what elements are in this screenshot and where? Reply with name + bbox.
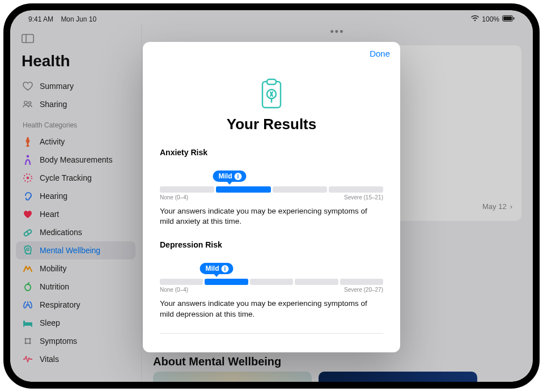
modal-title: Your Results [160,116,383,133]
risk-level-pill[interactable]: Mildi [200,263,234,274]
sidebar-item-nutrition[interactable]: Nutrition [16,278,135,296]
sidebar-item-mobility[interactable]: Mobility [16,259,135,278]
category-icon [23,263,33,274]
scale-segment [250,279,293,285]
info-icon[interactable]: i [235,173,242,180]
sidebar: Health Summary Sharing Health Categories… [10,24,142,382]
status-bar: 9:41 AM Mon Jun 10 100% [10,10,533,24]
sidebar-item-heart[interactable]: Heart [16,205,135,223]
svg-rect-3 [22,35,33,42]
svg-point-6 [28,102,31,104]
scale-low-label: None (0–4) [160,194,188,201]
sidebar-item-symptoms[interactable]: Symptoms [16,332,135,350]
sidebar-item-hearing[interactable]: Hearing [16,187,135,205]
risk-description: Your answers indicate you may be experie… [160,299,383,319]
risk-level-label: Mild [206,265,219,272]
heart-outline-icon [23,81,33,91]
sidebar-item-label: Sharing [40,100,67,109]
risk-scale [160,186,383,193]
sidebar-item-vitals[interactable]: Vitals [16,350,135,368]
risk-level-pill[interactable]: Mildi [213,171,247,182]
sidebar-item-medications[interactable]: Medications [16,223,135,241]
svg-rect-14 [23,321,25,323]
svg-rect-1 [503,16,512,20]
svg-rect-15 [23,326,24,327]
category-icon [23,137,33,147]
sidebar-item-label: Respiratory [40,300,80,309]
wifi-icon [471,15,479,23]
risk-block-depression-risk: Depression RiskMildiNone (0–4)Severe (20… [160,240,383,319]
sidebar-item-label: Vitals [40,355,59,364]
battery-percent: 100% [482,15,499,23]
svg-point-12 [27,248,29,250]
about-card-1[interactable] [153,372,312,382]
multitask-dots-icon[interactable]: ••• [330,26,345,38]
sidebar-item-body-measurements[interactable]: Body Measurements [16,151,135,169]
battery-icon [502,15,515,23]
sidebar-item-label: Sleep [40,318,60,327]
sidebar-item-label: Symptoms [40,336,77,346]
svg-rect-26 [267,79,276,84]
category-icon [23,209,33,219]
sidebar-item-label: Body Measurements [40,155,112,164]
status-time: 9:41 AM [28,15,53,23]
sidebar-item-label: Cycle Tracking [40,173,92,182]
sidebar-toggle-icon[interactable] [22,34,34,44]
risk-block-anxiety-risk: Anxiety RiskMildiNone (0–4)Severe (15–21… [160,148,383,227]
risk-level-label: Mild [219,172,232,180]
sidebar-item-cycle-tracking[interactable]: Cycle Tracking [16,169,135,187]
app-title: Health [22,52,138,70]
risk-scale [160,279,383,285]
category-icon [23,318,33,328]
info-icon[interactable]: i [222,265,229,272]
sidebar-item-label: Mental Wellbeing [40,246,100,255]
category-icon [23,227,33,237]
svg-point-5 [24,101,27,104]
category-icon [23,282,33,292]
sidebar-item-label: Heart [40,210,59,219]
pill-pointer [227,181,232,185]
sidebar-item-label: Medications [40,228,82,237]
category-icon [23,354,33,364]
risk-description: Your answers indicate you may be experie… [160,206,383,227]
about-card-2[interactable] [319,372,477,382]
sidebar-item-label: Nutrition [40,282,69,291]
category-icon [23,300,33,310]
sidebar-item-sleep[interactable]: Sleep [16,314,135,332]
scale-segment [216,186,270,193]
card-row-date: May 12 [482,202,507,211]
sidebar-item-respiratory[interactable]: Respiratory [16,296,135,314]
divider [160,333,383,334]
sidebar-item-label: Hearing [40,191,67,201]
category-icon [23,245,33,255]
scale-segment [295,279,338,285]
screen: 9:41 AM Mon Jun 10 100% [10,10,533,382]
status-date: Mon Jun 10 [61,15,96,23]
category-icon [23,173,33,183]
svg-line-11 [27,231,29,235]
done-button[interactable]: Done [370,49,390,58]
svg-rect-16 [31,326,32,327]
pill-pointer [214,274,219,277]
scale-low-label: None (0–4) [160,287,188,293]
chevron-right-icon: › [510,202,512,211]
sidebar-category-list: ActivityBody MeasurementsCycle TrackingH… [14,133,138,368]
svg-rect-2 [514,18,515,20]
device-frame: 9:41 AM Mon Jun 10 100% [3,3,540,389]
about-heading: About Mental Wellbeing [153,355,281,368]
sidebar-item-label: Mobility [40,264,66,273]
category-icon [23,155,33,165]
scale-high-label: Severe (20–27) [344,287,383,293]
scale-segment [160,279,203,285]
results-modal: Done Your Results Anxiety RiskMildiNone … [143,42,400,352]
risk-title: Anxiety Risk [160,148,383,157]
sidebar-item-sharing[interactable]: Sharing [16,95,135,113]
svg-point-9 [27,177,29,179]
sidebar-item-mental-wellbeing[interactable]: Mental Wellbeing [16,241,135,259]
sidebar-item-summary[interactable]: Summary [16,77,135,95]
scale-segment [273,186,327,193]
scale-segment [205,279,248,285]
scale-segment [329,186,383,193]
svg-point-7 [27,155,29,158]
sidebar-item-activity[interactable]: Activity [16,133,135,151]
